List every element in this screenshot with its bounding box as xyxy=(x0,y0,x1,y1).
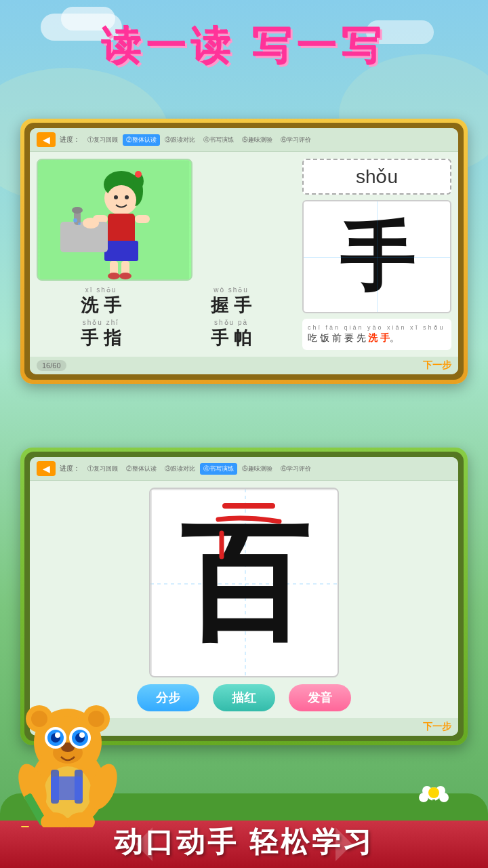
step-5[interactable]: ⑤趣味测验 xyxy=(239,134,276,146)
svg-point-8 xyxy=(125,195,129,199)
card-body-bottom: 百 分步 描红 发音 xyxy=(30,481,458,718)
main-title: 读一读 写一写 xyxy=(0,20,488,73)
girl-illustration xyxy=(40,161,189,279)
sentence-area: chī fàn qián yào xiān xǐ shǒu 吃 饭 前 要 先 … xyxy=(302,319,451,350)
vocab-pinyin-1: xī shǒu xyxy=(37,286,165,294)
svg-rect-59 xyxy=(51,776,83,800)
char-grid xyxy=(304,201,450,312)
vocab-char-3: 手 指 xyxy=(37,326,165,350)
step-1[interactable]: ①复习回顾 xyxy=(84,134,121,146)
back-button-top[interactable]: ◀ xyxy=(37,132,56,147)
progress-bar-top: ◀ 进度： ①复习回顾 ②整体认读 ③跟读对比 ④书写演练 ⑤趣味测验 ⑥学习评… xyxy=(30,128,458,152)
vocab-char-1: 洗 手 xyxy=(37,294,165,317)
vocab-pinyin-4: shǒu pà xyxy=(167,319,296,326)
svg-point-30 xyxy=(439,793,449,802)
right-section-top: shǒu 手 chī fàn qián yào xiān xǐ shǒu 吃 饭… xyxy=(302,159,451,350)
svg-point-22 xyxy=(83,218,99,229)
next-button-top[interactable]: 下一步 xyxy=(423,359,451,372)
character-display-top: 手 xyxy=(302,200,451,313)
svg-point-7 xyxy=(114,195,118,199)
svg-point-31 xyxy=(428,787,439,798)
illustration-top xyxy=(37,159,192,281)
writing-box[interactable]: 百 xyxy=(149,488,339,677)
banner-text: 动口动手 轻松学习 xyxy=(114,823,374,861)
svg-point-48 xyxy=(55,732,60,738)
next-button-bottom[interactable]: 下一步 xyxy=(423,721,451,733)
svg-point-29 xyxy=(419,793,428,802)
card-body-top: xī shǒu 洗 手 wò shǒu 握 手 shǒu zhǐ 手 指 xyxy=(30,152,458,357)
btn-miaohong[interactable]: 描红 xyxy=(213,684,275,711)
bear-character xyxy=(14,692,122,827)
svg-marker-54 xyxy=(21,826,29,827)
card-inner-brown: ◀ 进度： ①复习回顾 ②整体认读 ③跟读对比 ④书写演练 ⑤趣味测验 ⑥学习评… xyxy=(24,123,464,380)
progress-label-bottom: 进度： xyxy=(60,464,80,473)
sentence-pinyin: chī fàn qián yào xiān xǐ shǒu xyxy=(308,324,446,331)
card-outer-gold: ◀ 进度： ①复习回顾 ②整体认读 ③跟读对比 ④书写演练 ⑤趣味测验 ⑥学习评… xyxy=(20,119,468,384)
card-footer-top: 16/60 下一步 xyxy=(30,357,458,374)
card-content-top: ◀ 进度： ①复习回顾 ②整体认读 ③跟读对比 ④书写演练 ⑤趣味测验 ⑥学习评… xyxy=(30,128,458,374)
svg-point-49 xyxy=(79,732,85,738)
vocab-item-3: shǒu zhǐ 手 指 xyxy=(37,319,165,350)
progress-bar-bottom: ◀ 进度： ①复习回顾 ②整体认读 ③跟读对比 ④书写演练 ⑤趣味测验 ⑥学习评… xyxy=(30,457,458,481)
b-step-4[interactable]: ④书写演练 xyxy=(200,463,237,475)
sentence-highlight: 洗 手 xyxy=(368,332,390,343)
step-2[interactable]: ②整体认读 xyxy=(123,134,160,146)
svg-point-20 xyxy=(73,218,77,222)
svg-rect-10 xyxy=(104,241,138,261)
pinyin-display: shǒu xyxy=(302,159,451,195)
action-buttons: 分步 描红 发音 xyxy=(137,684,351,711)
svg-point-21 xyxy=(78,222,81,225)
b-step-6[interactable]: ⑥学习评价 xyxy=(277,463,314,475)
vocab-item-2: wò shǒu 握 手 xyxy=(167,286,296,317)
svg-point-36 xyxy=(31,711,47,727)
svg-rect-12 xyxy=(135,215,150,223)
progress-steps-top: ①复习回顾 ②整体认读 ③跟读对比 ④书写演练 ⑤趣味测验 ⑥学习评价 xyxy=(84,134,451,146)
svg-rect-17 xyxy=(60,222,108,252)
step-4[interactable]: ④书写演练 xyxy=(200,134,237,146)
svg-point-38 xyxy=(88,711,104,727)
sentence-text: 吃 饭 前 要 先 洗 手。 xyxy=(308,332,446,344)
svg-point-5 xyxy=(135,171,142,178)
vocab-item-4: shǒu pà 手 帕 xyxy=(167,319,296,350)
vocab-pinyin-2: wò shǒu xyxy=(167,286,296,294)
svg-point-6 xyxy=(106,185,136,215)
vocab-char-4: 手 帕 xyxy=(167,326,296,350)
progress-steps-bottom: ①复习回顾 ②整体认读 ③跟读对比 ④书写演练 ⑤趣味测验 ⑥学习评价 xyxy=(84,463,451,475)
b-step-1[interactable]: ①复习回顾 xyxy=(84,463,121,475)
svg-point-19 xyxy=(72,207,83,214)
card-top: ◀ 进度： ①复习回顾 ②整体认读 ③跟读对比 ④书写演练 ⑤趣味测验 ⑥学习评… xyxy=(20,119,468,384)
b-step-5[interactable]: ⑤趣味测验 xyxy=(239,463,276,475)
b-step-2[interactable]: ②整体认读 xyxy=(123,463,160,475)
progress-label-top: 进度： xyxy=(60,135,80,144)
vocab-list: xī shǒu 洗 手 wò shǒu 握 手 shǒu zhǐ 手 指 xyxy=(37,286,296,350)
svg-point-15 xyxy=(108,273,120,279)
vocab-char-2: 握 手 xyxy=(167,294,296,317)
page-number-top: 16/60 xyxy=(37,360,66,371)
svg-point-16 xyxy=(119,273,131,279)
btn-fenbu[interactable]: 分步 xyxy=(137,684,199,711)
left-section-top: xī shǒu 洗 手 wò shǒu 握 手 shǒu zhǐ 手 指 xyxy=(37,159,296,350)
back-button-bottom[interactable]: ◀ xyxy=(37,461,56,476)
vocab-pinyin-3: shǒu zhǐ xyxy=(37,319,165,326)
step-3[interactable]: ③跟读对比 xyxy=(161,134,199,146)
step-6[interactable]: ⑥学习评价 xyxy=(277,134,314,146)
b-step-3[interactable]: ③跟读对比 xyxy=(161,463,199,475)
vocab-item-1: xī shǒu 洗 手 xyxy=(37,286,165,317)
btn-fayin[interactable]: 发音 xyxy=(289,684,351,711)
main-character-bottom: 百 xyxy=(180,518,308,647)
